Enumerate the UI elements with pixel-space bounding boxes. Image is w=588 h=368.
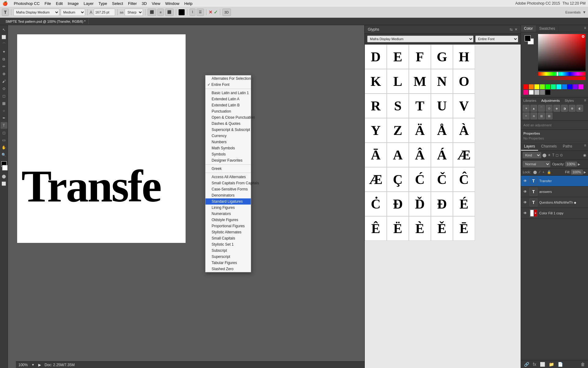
menu-view[interactable]: View xyxy=(149,1,163,6)
filter-toggle[interactable]: ◉ xyxy=(583,153,586,157)
eraser-tool[interactable]: ◻ xyxy=(1,93,7,99)
color-panel-menu[interactable]: ≡ xyxy=(582,25,588,32)
lock-pixel-icon[interactable]: ⬤ xyxy=(533,170,537,174)
glyph-cell[interactable]: F xyxy=(409,44,431,69)
glyph-cell[interactable]: Y xyxy=(365,118,387,143)
menu-window[interactable]: Window xyxy=(163,1,182,6)
glyph-cell[interactable]: Ê xyxy=(365,216,387,241)
dropdown-item-symbols[interactable]: Symbols xyxy=(205,151,251,157)
swatch[interactable] xyxy=(579,84,583,89)
glyph-cell[interactable]: È xyxy=(409,216,431,241)
adj-panel-menu[interactable]: ≡ xyxy=(582,98,588,104)
dropdown-item-designer-fav[interactable]: Designer Favorites xyxy=(205,157,251,163)
dropdown-item-superscript[interactable]: Superscript & Subscript xyxy=(205,127,251,133)
font-size-input[interactable] xyxy=(94,9,115,16)
glyph-cell[interactable]: U xyxy=(431,94,453,118)
swatch[interactable] xyxy=(529,84,534,89)
zoom-tool[interactable]: 🔍 xyxy=(1,151,7,158)
glyph-cell[interactable]: E xyxy=(387,44,409,69)
menu-select[interactable]: Select xyxy=(110,1,126,6)
menu-type[interactable]: Type xyxy=(96,1,110,6)
glyph-cell[interactable]: Ä xyxy=(409,118,431,143)
new-layer-button[interactable]: 📄 xyxy=(556,361,564,367)
glyph-cell[interactable]: Đ xyxy=(387,192,409,216)
move-tool[interactable]: ↖ xyxy=(1,26,7,33)
glyph-cell[interactable]: G xyxy=(431,44,453,69)
document-tab[interactable]: SMPTE Test pattern.psd @ 100% (Transfer,… xyxy=(2,19,89,24)
menu-file[interactable]: File xyxy=(42,1,54,6)
dropdown-item-extended-latin-a[interactable]: Extended Latin A xyxy=(205,96,251,102)
layer-item[interactable]: 👁 T answers xyxy=(521,186,588,197)
tab-adjustments[interactable]: Adjustments xyxy=(539,98,562,104)
fill-arrow[interactable]: ▶ xyxy=(584,171,586,174)
tab-styles[interactable]: Styles xyxy=(562,98,576,104)
dropdown-item-case-sensitive[interactable]: Case-Sensitive Forms xyxy=(205,186,251,192)
dropdown-item-stylistic-alt[interactable]: Stylistic Alternates xyxy=(205,229,251,235)
layer-visibility-toggle[interactable]: 👁 xyxy=(523,211,528,216)
glyph-cell[interactable]: Ā xyxy=(365,143,387,167)
clone-tool[interactable]: ⊙ xyxy=(1,85,7,92)
layer-visibility-toggle[interactable]: 👁 xyxy=(523,189,528,194)
new-group-button[interactable]: 📁 xyxy=(548,361,555,367)
swatch[interactable] xyxy=(545,84,550,89)
lasso-tool[interactable]: ⌒ xyxy=(1,41,7,48)
foreground-swatch[interactable] xyxy=(525,35,531,41)
dropdown-item-oldstyle-fig[interactable]: Oldstyle Figures xyxy=(205,217,251,223)
dropdown-item-lining-figures[interactable]: Lining Figures xyxy=(205,205,251,211)
glyph-cell[interactable]: Z xyxy=(387,118,409,143)
menu-photoshop[interactable]: Photoshop CC xyxy=(11,1,42,6)
adj-color-lookup[interactable]: ⊞ xyxy=(538,113,545,119)
adj-invert[interactable]: ⊠ xyxy=(546,113,552,119)
dropdown-item-proportional-fig[interactable]: Proportional Figures xyxy=(205,223,251,229)
glyph-cell[interactable]: Ċ xyxy=(365,192,387,216)
adj-hue-sat[interactable]: ◑ xyxy=(561,105,568,112)
glyphs-subset-select[interactable]: Entire Font xyxy=(475,36,518,42)
tab-swatches[interactable]: Swatches xyxy=(536,25,559,32)
hand-tool[interactable]: ✋ xyxy=(1,144,7,151)
dropdown-item-entire-font[interactable]: Entire Font xyxy=(205,82,251,88)
glyph-cell[interactable]: S xyxy=(387,94,409,118)
menu-layer[interactable]: Layer xyxy=(81,1,96,6)
text-color-swatch[interactable] xyxy=(178,9,185,16)
dropdown-item-access-all[interactable]: Access All Alternates xyxy=(205,174,251,180)
swatch[interactable] xyxy=(556,84,561,89)
glyph-cell[interactable]: Â xyxy=(409,143,431,167)
filter-icon-smart[interactable]: ⊙ xyxy=(560,153,563,157)
warp-text-button[interactable]: ⌇ xyxy=(190,9,195,16)
glyph-cell[interactable]: Ĉ xyxy=(453,167,475,192)
add-link-button[interactable]: 🔗 xyxy=(523,361,530,367)
dropdown-item-alternates[interactable]: Alternates For Selection xyxy=(205,75,251,82)
glyph-cell[interactable]: Ď xyxy=(409,192,431,216)
glyph-cell[interactable]: D xyxy=(365,44,387,69)
glyphs-close-icon[interactable]: ✕ xyxy=(514,27,518,32)
adj-vibrance[interactable]: ◈ xyxy=(553,105,560,112)
glyph-cell[interactable]: K xyxy=(365,69,387,94)
glyph-cell[interactable]: Æ xyxy=(453,143,475,167)
adj-bw[interactable]: ◐ xyxy=(576,105,583,112)
dropdown-item-standard-lig[interactable]: Standard Ligatures xyxy=(205,198,251,205)
align-right-button[interactable]: ⬛ xyxy=(165,9,174,16)
fill-input[interactable] xyxy=(571,170,583,174)
lock-gradient-icon[interactable]: ∕ xyxy=(539,170,540,174)
adj-brightness[interactable]: ☀ xyxy=(523,105,530,112)
swatch[interactable] xyxy=(551,84,556,89)
adj-color-bal[interactable]: ⊕ xyxy=(569,105,575,112)
glyph-cell[interactable]: Ë xyxy=(387,216,409,241)
zoom-icon[interactable]: ▼ xyxy=(32,363,35,366)
layer-item[interactable]: 👁 T Transfer xyxy=(521,176,588,186)
tool-type-icon[interactable]: T xyxy=(2,9,9,16)
dropdown-item-dashes-quotes[interactable]: Dashes & Quotes xyxy=(205,121,251,127)
glyph-cell[interactable]: É xyxy=(453,192,475,216)
dropdown-item-extended-latin-b[interactable]: Extended Latin B xyxy=(205,102,251,108)
anti-alias-select[interactable]: Sharp xyxy=(125,9,143,16)
quick-mask-btn[interactable]: ⬤ xyxy=(1,173,7,180)
magic-wand-tool[interactable]: ✦ xyxy=(1,48,7,55)
swatch[interactable] xyxy=(523,84,528,89)
dropdown-item-punctuation[interactable]: Punctuation xyxy=(205,108,251,114)
adj-channel-mixer[interactable]: ≋ xyxy=(530,113,537,119)
glyph-cell[interactable]: Ć xyxy=(409,167,431,192)
glyphs-expand-icon[interactable]: ⇆ xyxy=(510,27,513,32)
swatch[interactable] xyxy=(540,90,545,95)
tab-libraries[interactable]: Libraries xyxy=(521,98,539,104)
tab-layers[interactable]: Layers xyxy=(521,143,538,151)
